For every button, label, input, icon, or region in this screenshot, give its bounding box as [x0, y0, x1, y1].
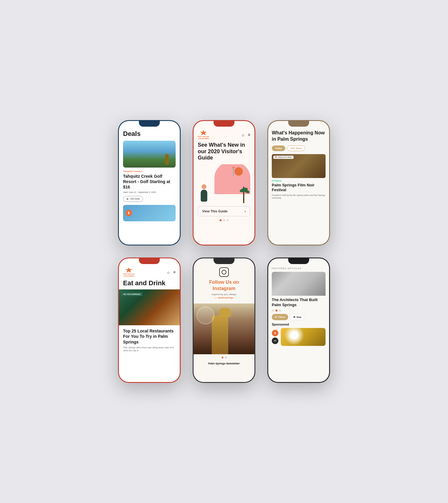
giraffe-head: [219, 308, 231, 317]
map-button[interactable]: ⊞ Map: [290, 314, 305, 320]
screen-deals: Deals Tahquitz Canyon Tahquitz Creek Gol…: [119, 121, 180, 245]
deals-valid-text: Valid: June 22 - September 9, 2020: [123, 191, 176, 193]
screen-eat: Palm SpringsCALIFORNIA ⌕ ≡ Eat and Drink…: [119, 258, 180, 382]
dot-3[interactable]: [227, 219, 229, 221]
circular-window: [197, 306, 214, 324]
featured-article-dots: [272, 309, 326, 312]
article-dot-3[interactable]: [279, 309, 281, 312]
event-time-badge: 📅 Today at 11:30am: [273, 156, 294, 159]
instagram-circle: [222, 270, 226, 274]
follow-us-text: Follow Us on: [209, 280, 239, 285]
instagram-hashtag: — #palmsprings: [198, 296, 250, 299]
instagram-top: Follow Us on Instagram Inspired by you, …: [194, 258, 254, 303]
instagram-subtitle: Inspired by you, always: [198, 293, 250, 296]
eat-logo-sun: [125, 267, 132, 273]
deals-location: Tahquitz Canyon: [123, 170, 176, 173]
logo-text: Palm SpringsCALIFORNIA: [198, 136, 209, 139]
screen-visitors: Palm SpringsCALIFORNIA ⌕ ≡ See What's Ne…: [194, 121, 254, 245]
deals-btn-label: Get Deal: [130, 197, 140, 200]
eat-menu-icon[interactable]: ≡: [173, 270, 176, 274]
eat-hero-image: WE RECOMMEND: [119, 289, 180, 325]
event-time-text: Today at 11:30am: [278, 156, 292, 158]
instagram-photo: [194, 303, 254, 354]
palm-springs-logo: Palm SpringsCALIFORNIA: [198, 130, 209, 139]
search-icon[interactable]: ⌕: [242, 132, 244, 137]
eat-article-title: Top 25 Local Restaurants For You To Try …: [119, 325, 180, 346]
deals-hero-image: [123, 141, 176, 168]
visitors-illustration: [198, 164, 250, 203]
eat-logo-text: Palm SpringsCALIFORNIA: [123, 273, 134, 277]
instagram-heading: Follow Us on Instagram: [198, 279, 250, 292]
eat-search-icon[interactable]: ⌕: [167, 270, 170, 274]
deals-title: Deals: [123, 130, 176, 138]
event-category: FITNESS: [272, 180, 326, 182]
arrow-icon: ›: [245, 209, 246, 213]
visitors-heading: See What's New in our 2020 Visitor's Gui…: [198, 142, 250, 161]
featured-articles-label: FEATURED ARTICLES: [272, 267, 326, 269]
notch-1: [139, 120, 160, 127]
eat-logo: Palm SpringsCALIFORNIA: [123, 267, 134, 277]
sponsored-food-image: [281, 328, 326, 346]
illustration-palm-tree: [243, 187, 244, 203]
featured-article-title: The Architects That Built Palm Springs: [272, 297, 326, 308]
deals-resort-name: Tahquitz Creek Golf Resort - Golf Starti…: [123, 174, 176, 190]
featured-article-image: [272, 272, 326, 296]
filters-button[interactable]: ⊟ Filters: [272, 314, 288, 320]
article-dot-1[interactable]: [272, 309, 274, 312]
phones-grid: Deals Tahquitz Canyon Tahquitz Creek Gol…: [116, 120, 332, 383]
filters-label: Filters: [278, 316, 285, 318]
sponsored-ps-badge: PS: [272, 338, 278, 344]
eat-title: Eat and Drink: [119, 279, 180, 287]
map-label: Map: [297, 316, 301, 318]
deals-dollar-badge: $: [125, 210, 132, 216]
sponsored-item: $ PS: [272, 328, 326, 346]
tab-this-week[interactable]: This Week: [287, 145, 305, 151]
phone-deals: Deals Tahquitz Canyon Tahquitz Creek Gol…: [118, 120, 181, 246]
sponsored-dollar-badge: $: [272, 330, 278, 336]
notch-4: [139, 257, 160, 264]
logo-sun-icon: [200, 130, 207, 135]
newsletter-label: Palm Springs Newsletter: [194, 361, 254, 366]
tab-today[interactable]: Today: [272, 145, 285, 151]
carousel-dots: [194, 219, 254, 221]
instagram-text: Instagram: [213, 286, 235, 291]
view-guide-label: View This Guide: [202, 209, 228, 213]
article-dot-2[interactable]: [275, 309, 277, 312]
featured-filters: ⊟ Filters ⊞ Map: [272, 314, 326, 320]
food-image-inner: [281, 328, 326, 346]
eat-header-icons: ⌕ ≡: [167, 270, 176, 274]
view-guide-button[interactable]: View This Guide ›: [198, 206, 250, 216]
notch-5: [214, 257, 234, 264]
illustration-sun: [234, 167, 243, 176]
notch-6: [288, 257, 309, 264]
happening-title: What's Happening Now in Palm Springs: [272, 130, 326, 142]
illustration-windmill: [233, 167, 234, 176]
dot-2[interactable]: [223, 219, 225, 221]
sponsored-label: Sponsored: [272, 323, 326, 326]
phone-featured: FEATURED ARTICLES The Architects That Bu…: [267, 257, 330, 383]
insta-dot-1[interactable]: [222, 357, 223, 358]
deal-icon: ⊕: [126, 197, 129, 200]
eat-article-desc: Palm Springs offers three main hiking ar…: [119, 346, 180, 352]
screen-happening: What's Happening Now in Palm Springs Tod…: [268, 121, 329, 245]
screen-instagram: Follow Us on Instagram Inspired by you, …: [194, 258, 254, 382]
phone-instagram: Follow Us on Instagram Inspired by you, …: [193, 257, 255, 383]
dot-1[interactable]: [220, 219, 222, 221]
instagram-icon: [219, 267, 229, 277]
menu-icon[interactable]: ≡: [248, 132, 250, 137]
notch-2: [214, 120, 234, 127]
screen-featured: FEATURED ARTICLES The Architects That Bu…: [268, 258, 329, 382]
calendar-icon: 📅: [275, 156, 277, 158]
eat-recommend-badge: WE RECOMMEND: [121, 292, 142, 296]
phone-eat: Palm SpringsCALIFORNIA ⌕ ≡ Eat and Drink…: [118, 257, 181, 383]
phone-happening: What's Happening Now in Palm Springs Tod…: [267, 120, 330, 246]
map-icon: ⊞: [293, 316, 295, 318]
phone-visitors: Palm SpringsCALIFORNIA ⌕ ≡ See What's Ne…: [193, 120, 255, 246]
happening-tabs: Today This Week: [272, 145, 326, 151]
instagram-carousel-dots: [194, 354, 254, 361]
deals-get-deal-button[interactable]: ⊕ Get Deal: [123, 196, 143, 202]
illustration-figure: [201, 184, 207, 202]
event-image: 📅 Today at 11:30am: [272, 154, 326, 178]
event-title: Palm Springs Film Noir Festival: [272, 183, 326, 193]
insta-dot-2[interactable]: [225, 357, 227, 358]
